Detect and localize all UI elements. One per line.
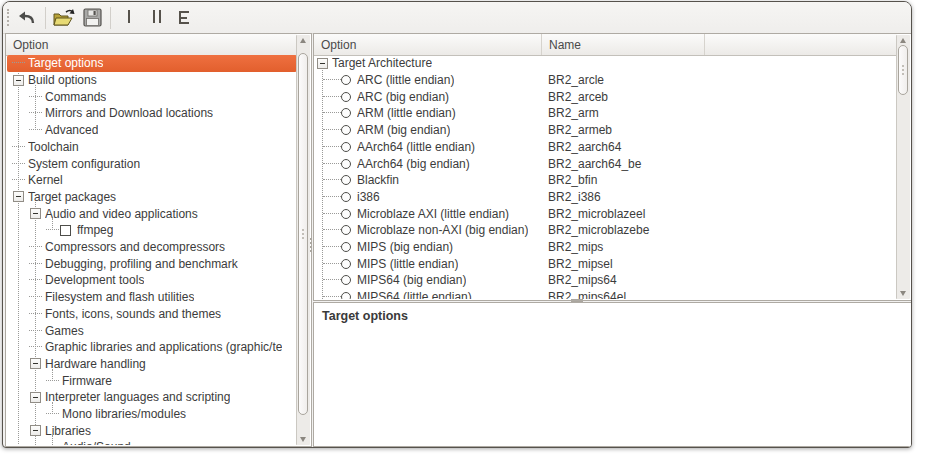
toolbar-separator [45, 7, 46, 29]
option-label: Build options [28, 73, 97, 87]
column-header-option[interactable]: Option [6, 34, 297, 55]
tree-connector [323, 229, 341, 231]
expander-minus-icon[interactable] [13, 75, 24, 86]
tree-row[interactable]: MIPS (little endian)BR2_mipsel [315, 255, 897, 272]
option-label: Hardware handling [45, 357, 146, 371]
symbol-name: BR2_aarch64 [548, 139, 621, 156]
tree-row[interactable]: Hardware handling [7, 356, 297, 373]
tree-row[interactable]: System configuration [7, 155, 297, 172]
tree-row[interactable]: Advanced [7, 122, 297, 139]
undo-button[interactable] [14, 5, 40, 30]
expander-minus-icon[interactable] [30, 392, 41, 403]
radio-icon[interactable] [341, 175, 351, 185]
tree-row[interactable]: ffmpeg [7, 222, 297, 239]
open-file-button[interactable] [51, 5, 77, 30]
single-view-button[interactable] [116, 5, 142, 30]
tree-row[interactable]: Libraries [7, 422, 297, 439]
tree-row[interactable]: Microblaze AXI (little endian)BR2_microb… [315, 205, 897, 222]
tree-row[interactable]: Audio and video applications [7, 205, 297, 222]
tree-row[interactable]: Target options [7, 55, 297, 72]
option-label: Interpreter languages and scripting [45, 390, 230, 404]
tree-row[interactable]: AArch64 (little endian)BR2_aarch64 [315, 139, 897, 156]
column-header-extra[interactable] [705, 34, 897, 55]
tree-row[interactable]: Interpreter languages and scripting [7, 389, 297, 406]
tree-row[interactable]: Build options [7, 72, 297, 89]
radio-icon[interactable] [341, 275, 351, 285]
tree-row[interactable]: Commands [7, 88, 297, 105]
help-panel: Target options [313, 302, 912, 447]
column-header-name[interactable]: Name [542, 34, 705, 55]
radio-icon[interactable] [341, 142, 351, 152]
full-view-button[interactable] [172, 5, 198, 30]
tree-row[interactable]: MIPS64 (little endian)BR2_mips64el [315, 289, 897, 299]
scroll-down-icon[interactable] [900, 291, 906, 296]
tree-row[interactable]: Fonts, icons, sounds and themes [7, 306, 297, 323]
expander-minus-icon[interactable] [30, 208, 41, 219]
tree-row[interactable]: Toolchain [7, 139, 297, 156]
tree-row[interactable]: BlackfinBR2_bfin [315, 172, 897, 189]
expander-minus-icon[interactable] [13, 191, 24, 202]
left-vertical-scrollbar[interactable] [296, 35, 310, 445]
tree-row[interactable]: Mono libraries/modules [7, 406, 297, 423]
radio-icon[interactable] [341, 209, 351, 219]
tree-row[interactable]: Target Architecture [315, 55, 897, 72]
option-label: i386 [357, 190, 380, 204]
tree-row[interactable]: MIPS (big endian)BR2_mips [315, 239, 897, 256]
symbol-name: BR2_mipsel [548, 255, 613, 272]
tree-row[interactable]: AArch64 (big endian)BR2_aarch64_be [315, 155, 897, 172]
option-label: Toolchain [28, 140, 79, 154]
tree-row[interactable]: Compressors and decompressors [7, 239, 297, 256]
left-tree-rows: Target optionsBuild optionsCommandsMirro… [7, 55, 297, 445]
tree-row[interactable]: Development tools [7, 272, 297, 289]
scroll-up-icon[interactable] [300, 38, 306, 43]
toolbar-grip[interactable] [7, 9, 13, 26]
radio-icon[interactable] [341, 159, 351, 169]
option-label: MIPS64 (big endian) [357, 273, 466, 287]
radio-icon[interactable] [341, 92, 351, 102]
right-vertical-scrollbar[interactable] [896, 35, 910, 299]
tree-connector [323, 163, 341, 165]
checkbox-icon[interactable] [60, 225, 71, 236]
symbol-name: BR2_mips64 [548, 272, 617, 289]
right-scrollbar-thumb[interactable] [898, 45, 908, 95]
radio-icon[interactable] [341, 259, 351, 269]
tree-row[interactable]: MIPS64 (big endian)BR2_mips64 [315, 272, 897, 289]
option-label: Mirrors and Download locations [45, 106, 213, 120]
radio-icon[interactable] [341, 242, 351, 252]
column-header-option[interactable]: Option [314, 34, 542, 55]
save-button[interactable] [79, 5, 105, 30]
option-label: AArch64 (little endian) [357, 140, 475, 154]
expander-minus-icon[interactable] [30, 358, 41, 369]
expander-minus-icon[interactable] [317, 58, 328, 69]
radio-icon[interactable] [341, 192, 351, 202]
split-view-icon [153, 10, 161, 26]
tree-row[interactable]: Target packages [7, 189, 297, 206]
option-label: Compressors and decompressors [45, 240, 225, 254]
scroll-down-icon[interactable] [300, 437, 306, 442]
expander-minus-icon[interactable] [30, 425, 41, 436]
tree-row[interactable]: Games [7, 322, 297, 339]
tree-row[interactable]: Microblaze non-AXI (big endian)BR2_micro… [315, 222, 897, 239]
tree-row[interactable]: Filesystem and flash utilities [7, 289, 297, 306]
toolbar [3, 2, 911, 34]
radio-icon[interactable] [341, 75, 351, 85]
tree-row[interactable]: Debugging, profiling and benchmark [7, 255, 297, 272]
tree-row[interactable]: ARM (big endian)BR2_armeb [315, 122, 897, 139]
tree-row[interactable]: ARC (big endian)BR2_arceb [315, 88, 897, 105]
tree-row[interactable]: Kernel [7, 172, 297, 189]
tree-row[interactable]: ARC (little endian)BR2_arcle [315, 72, 897, 89]
scroll-up-icon[interactable] [900, 38, 906, 43]
radio-icon[interactable] [341, 292, 351, 299]
tree-row[interactable]: Firmware [7, 372, 297, 389]
left-scrollbar-thumb[interactable] [298, 53, 308, 415]
tree-row[interactable]: Mirrors and Download locations [7, 105, 297, 122]
tree-connector [323, 213, 341, 215]
tree-row[interactable]: Graphic libraries and applications (grap… [7, 339, 297, 356]
radio-icon[interactable] [341, 225, 351, 235]
radio-icon[interactable] [341, 108, 351, 118]
radio-icon[interactable] [341, 125, 351, 135]
split-view-button[interactable] [144, 5, 170, 30]
tree-row[interactable]: i386BR2_i386 [315, 189, 897, 206]
tree-row[interactable]: ARM (little endian)BR2_arm [315, 105, 897, 122]
tree-row[interactable]: Audio/Sound [7, 439, 297, 445]
